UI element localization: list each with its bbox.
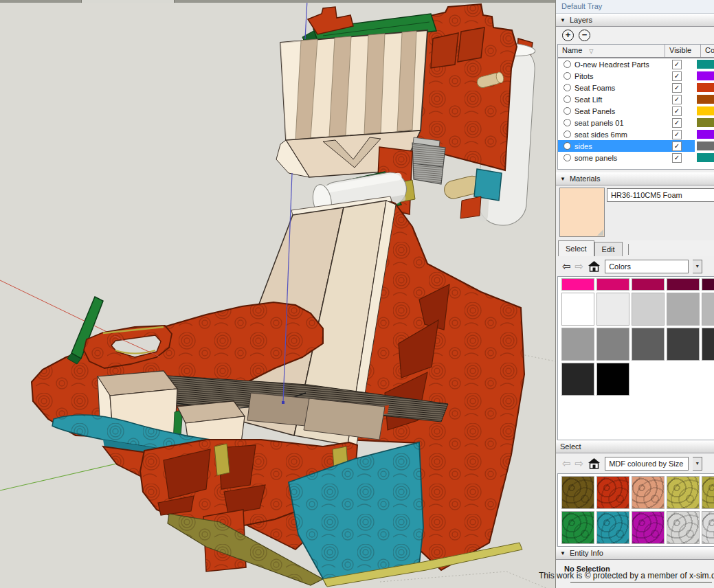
layer-row[interactable]: Seat Lift✓ bbox=[558, 93, 714, 105]
texture-swatch[interactable] bbox=[632, 511, 665, 544]
color-swatch[interactable] bbox=[596, 293, 629, 326]
layer-visible-checkbox[interactable]: ✓ bbox=[672, 118, 682, 128]
material-name-field[interactable]: HR36-110CM5 Foam bbox=[607, 188, 714, 202]
color-swatch[interactable] bbox=[632, 293, 665, 326]
collapse-triangle-icon[interactable]: ▼ bbox=[560, 173, 566, 185]
layer-name[interactable]: Seat Lift bbox=[574, 95, 659, 104]
texture-swatch[interactable] bbox=[596, 476, 629, 509]
layer-visible-checkbox[interactable]: ✓ bbox=[672, 106, 682, 116]
color-swatch[interactable] bbox=[667, 328, 700, 361]
layer-radio[interactable] bbox=[564, 60, 571, 68]
layer-visible-checkbox[interactable]: ✓ bbox=[672, 71, 682, 81]
home-icon[interactable] bbox=[588, 457, 601, 469]
layer-row[interactable]: Seat Panels✓ bbox=[558, 105, 714, 117]
layer-color-swatch[interactable] bbox=[697, 142, 714, 150]
column-header-color[interactable]: Color bbox=[701, 45, 714, 57]
collapse-triangle-icon[interactable]: ▼ bbox=[560, 14, 566, 26]
color-swatch[interactable] bbox=[667, 293, 700, 326]
layers-section-header[interactable]: ▼ Layers bbox=[556, 14, 714, 27]
column-header-visible[interactable]: Visible bbox=[665, 45, 701, 57]
texture-swatch[interactable] bbox=[702, 511, 714, 544]
components-header-label: Select bbox=[560, 441, 581, 453]
layer-name[interactable]: Seat Panels bbox=[574, 107, 659, 115]
layer-visible-checkbox[interactable]: ✓ bbox=[672, 60, 682, 69]
layer-name[interactable]: Pitots bbox=[574, 72, 659, 80]
texture-swatch[interactable] bbox=[667, 476, 700, 509]
texture-swatch[interactable] bbox=[702, 476, 714, 509]
layer-color-swatch[interactable] bbox=[697, 60, 714, 69]
layer-visible-checkbox[interactable]: ✓ bbox=[672, 95, 682, 104]
color-swatch[interactable] bbox=[561, 293, 594, 326]
layer-color-swatch[interactable] bbox=[697, 130, 714, 139]
layer-name[interactable]: Seat Foams bbox=[574, 84, 659, 92]
dropdown-arrow-button[interactable]: ▾ bbox=[693, 457, 702, 471]
color-swatch[interactable] bbox=[632, 328, 665, 361]
color-swatch[interactable] bbox=[667, 278, 700, 291]
dropdown-arrow-button[interactable]: ▾ bbox=[693, 260, 702, 273]
home-icon[interactable] bbox=[588, 260, 601, 272]
layer-visible-checkbox[interactable]: ✓ bbox=[672, 83, 682, 93]
color-swatch[interactable] bbox=[561, 363, 594, 396]
layer-radio[interactable] bbox=[564, 84, 571, 91]
tab-select[interactable]: Select bbox=[558, 240, 594, 256]
layer-row[interactable]: some panels✓ bbox=[558, 152, 714, 163]
back-arrow-icon[interactable]: ⇦ bbox=[562, 261, 571, 271]
layer-radio[interactable] bbox=[564, 95, 571, 103]
layer-row[interactable]: Seat Foams✓ bbox=[558, 82, 714, 93]
layer-row[interactable]: O-new Headrest Parts✓ bbox=[558, 58, 714, 70]
layer-radio[interactable] bbox=[564, 142, 571, 150]
color-swatch[interactable] bbox=[702, 328, 714, 361]
layers-header-label: Layers bbox=[570, 14, 592, 26]
color-swatch[interactable] bbox=[702, 278, 714, 291]
color-swatch[interactable] bbox=[561, 278, 594, 291]
texture-swatch[interactable] bbox=[596, 511, 629, 544]
viewport-top-strip bbox=[0, 0, 555, 3]
layer-visible-checkbox[interactable]: ✓ bbox=[672, 130, 682, 139]
resize-corner-icon[interactable] bbox=[597, 229, 603, 236]
layer-visible-checkbox[interactable]: ✓ bbox=[672, 142, 682, 151]
layer-radio[interactable] bbox=[564, 107, 571, 115]
layer-row[interactable]: Pitots✓ bbox=[558, 70, 714, 82]
tab-edit[interactable]: Edit bbox=[594, 242, 623, 256]
texture-swatch[interactable] bbox=[561, 511, 594, 544]
layer-name[interactable]: O-new Headrest Parts bbox=[574, 60, 659, 69]
components-collection-dropdown[interactable]: MDF coloured by Size bbox=[605, 457, 689, 471]
layer-name[interactable]: sides bbox=[574, 142, 659, 150]
color-swatch[interactable] bbox=[702, 293, 714, 326]
remove-layer-button[interactable]: − bbox=[579, 30, 590, 41]
material-preview-swatch[interactable] bbox=[559, 188, 605, 237]
layer-row[interactable]: sides✓ bbox=[558, 140, 714, 152]
layer-name[interactable]: seat panels 01 bbox=[574, 119, 659, 127]
color-swatch[interactable] bbox=[561, 328, 594, 361]
layer-radio[interactable] bbox=[564, 119, 571, 126]
3d-viewport[interactable] bbox=[0, 0, 555, 588]
layer-row[interactable]: seat panels 01✓ bbox=[558, 117, 714, 128]
texture-swatch[interactable] bbox=[561, 476, 594, 509]
color-swatch[interactable] bbox=[596, 278, 629, 291]
components-section-header[interactable]: Select bbox=[556, 440, 714, 453]
layer-visible-checkbox[interactable]: ✓ bbox=[672, 153, 682, 163]
color-swatch[interactable] bbox=[596, 363, 629, 396]
add-layer-button[interactable]: + bbox=[562, 30, 574, 41]
texture-swatch[interactable] bbox=[632, 476, 665, 509]
materials-section-header[interactable]: ▼ Materials bbox=[556, 172, 714, 185]
layer-radio[interactable] bbox=[564, 131, 571, 138]
column-header-name[interactable]: Name▽ bbox=[558, 45, 665, 57]
layer-color-swatch[interactable] bbox=[697, 118, 714, 127]
layer-radio[interactable] bbox=[564, 72, 571, 80]
layer-color-swatch[interactable] bbox=[697, 71, 714, 80]
layer-color-swatch[interactable] bbox=[697, 106, 714, 115]
materials-collection-dropdown[interactable]: Colors bbox=[605, 260, 689, 273]
layer-name[interactable]: some panels bbox=[574, 154, 659, 162]
layer-row[interactable]: seat sides 6mm✓ bbox=[558, 128, 714, 140]
entity-info-section-header[interactable]: ▼ Entity Info bbox=[556, 547, 714, 560]
layer-color-swatch[interactable] bbox=[697, 95, 714, 104]
layer-radio[interactable] bbox=[564, 154, 571, 161]
layer-name[interactable]: seat sides 6mm bbox=[574, 131, 659, 139]
collapse-triangle-icon[interactable]: ▼ bbox=[560, 547, 566, 559]
color-swatch[interactable] bbox=[596, 328, 629, 361]
layer-color-swatch[interactable] bbox=[697, 153, 714, 162]
texture-swatch[interactable] bbox=[667, 511, 700, 544]
color-swatch[interactable] bbox=[632, 278, 665, 291]
layer-color-swatch[interactable] bbox=[697, 83, 714, 92]
